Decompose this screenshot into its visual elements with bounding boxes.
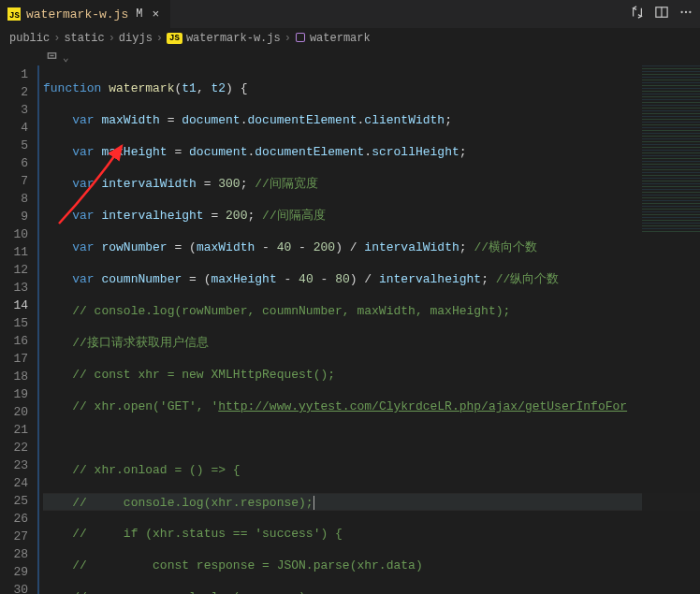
chevron-down-icon[interactable]: ⌄	[63, 51, 69, 64]
line-number: 18	[0, 368, 28, 385]
breadcrumb-item[interactable]: public	[9, 32, 50, 45]
code-line[interactable]: var intervalWidth = 300; //间隔宽度	[43, 175, 700, 193]
editor-actions	[631, 6, 693, 22]
breadcrumb-symbol[interactable]: watermark	[310, 32, 371, 45]
code-line[interactable]: var intervalheight = 200; //间隔高度	[43, 207, 700, 225]
chevron-right-icon: ›	[156, 32, 163, 45]
line-number: 17	[0, 350, 28, 368]
tab-modified-badge: M	[136, 7, 142, 21]
code-line[interactable]: var maxWidth = document.documentElement.…	[43, 111, 700, 129]
chevron-right-icon: ›	[109, 32, 115, 45]
line-number: 21	[0, 421, 28, 439]
line-number: 15	[0, 314, 28, 332]
code-line[interactable]: // const response = JSON.parse(xhr.data)	[43, 557, 700, 574]
code-line[interactable]: function watermark(t1, t2) {	[43, 80, 700, 97]
close-icon[interactable]: ×	[148, 7, 163, 22]
tab-bar: JS watermark-w.js M ×	[0, 0, 700, 28]
compare-icon[interactable]	[631, 6, 644, 22]
line-number: 10	[0, 225, 28, 243]
code-editor[interactable]: 1 2 3 4 5 6 7 8 9 10 11 12 13 14 15 16 1…	[0, 65, 700, 594]
svg-point-6	[689, 11, 691, 13]
breadcrumb-item[interactable]: static	[64, 32, 104, 45]
js-file-icon: JS	[167, 33, 182, 44]
line-number: 13	[0, 279, 28, 297]
code-line[interactable]: // xhr.onload = () => {	[43, 461, 700, 479]
line-number: 4	[0, 119, 28, 137]
line-number: 20	[0, 403, 28, 421]
line-number: 16	[0, 332, 28, 350]
code-line[interactable]: // xhr.open('GET', 'http://www.yytest.co…	[43, 398, 700, 415]
breadcrumb-item[interactable]: watermark-w.js	[186, 32, 281, 45]
code-line[interactable]: // const xhr = new XMLHttpRequest();	[43, 366, 700, 384]
code-line[interactable]: var coumnNumber = (maxHeight - 40 - 80) …	[43, 270, 700, 288]
svg-text:JS: JS	[9, 11, 20, 21]
code-line[interactable]: //接口请求获取用户信息	[43, 334, 700, 352]
code-fold-bar: ⌄	[0, 49, 700, 65]
line-number: 19	[0, 385, 28, 403]
tab-file[interactable]: JS watermark-w.js M ×	[0, 0, 171, 28]
code-line[interactable]: // console.log(response);	[43, 588, 700, 594]
more-icon[interactable]	[679, 6, 693, 22]
svg-point-4	[680, 11, 682, 13]
line-number: 8	[0, 190, 28, 208]
chevron-right-icon: ›	[53, 32, 60, 45]
collapse-icon[interactable]	[47, 51, 57, 64]
tab-label: watermark-w.js	[26, 7, 128, 22]
line-number: 5	[0, 137, 28, 154]
minimap[interactable]	[642, 65, 700, 589]
line-number: 28	[0, 545, 28, 563]
symbol-icon	[295, 32, 306, 46]
chevron-right-icon: ›	[284, 32, 291, 45]
js-file-icon: JS	[7, 7, 21, 21]
code-area[interactable]: function watermark(t1, t2) { var maxWidt…	[39, 65, 700, 594]
line-number: 3	[0, 101, 28, 119]
line-number: 7	[0, 172, 28, 190]
line-number: 23	[0, 456, 28, 474]
breadcrumb-item[interactable]: diyjs	[119, 32, 153, 45]
line-number: 12	[0, 261, 28, 279]
line-number: 30	[0, 581, 28, 594]
text-cursor	[314, 496, 314, 510]
line-number: 1	[0, 65, 28, 83]
line-number: 9	[0, 208, 28, 225]
code-line[interactable]: // console.log(xhr.response);	[43, 493, 700, 511]
line-number: 22	[0, 439, 28, 456]
line-number: 27	[0, 528, 28, 545]
breadcrumb[interactable]: public › static › diyjs › JS watermark-w…	[0, 28, 700, 49]
line-number: 29	[0, 563, 28, 581]
code-line[interactable]: var rowNumber = (maxWidth - 40 - 200) / …	[43, 239, 700, 256]
line-gutter: 1 2 3 4 5 6 7 8 9 10 11 12 13 14 15 16 1…	[0, 65, 37, 594]
line-number: 11	[0, 243, 28, 261]
line-number: 25	[0, 492, 28, 510]
minimap-content	[642, 65, 700, 234]
line-number: 6	[0, 154, 28, 172]
line-number: 26	[0, 510, 28, 528]
svg-point-5	[685, 11, 687, 13]
code-line[interactable]: // if (xhr.status == 'success') {	[43, 525, 700, 543]
code-line[interactable]: // console.log(rowNumber, coumnNumber, m…	[43, 302, 700, 320]
svg-rect-7	[296, 33, 304, 41]
line-number: 2	[0, 83, 28, 101]
code-line[interactable]: var maxHeight = document.documentElement…	[43, 143, 700, 161]
line-number: 24	[0, 474, 28, 492]
code-line[interactable]	[43, 429, 700, 447]
split-editor-icon[interactable]	[655, 6, 668, 22]
line-number: 14	[0, 297, 28, 314]
